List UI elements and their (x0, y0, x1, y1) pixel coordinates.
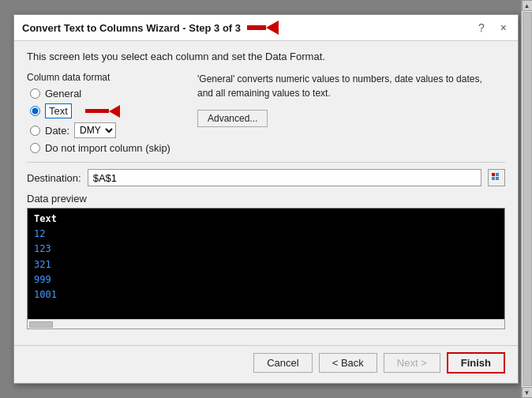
title-bar-left: Convert Text to Columns Wizard - Step 3 … (22, 21, 279, 35)
radio-text[interactable]: Text (30, 103, 185, 118)
title-bar-right: ? × (475, 20, 510, 36)
scroll-down-arrow[interactable]: ▼ (522, 387, 533, 398)
radio-general[interactable]: General (30, 88, 185, 100)
help-button[interactable]: ? (475, 20, 488, 36)
skip-label: Do not import column (skip) (45, 142, 170, 154)
cancel-button[interactable]: Cancel (253, 353, 312, 373)
column-format-label: Column data format (27, 72, 185, 83)
preview-content-row: Text 12 123 321 999 1001 ▲ ▼ (28, 208, 504, 319)
preview-data: Text 12 123 321 999 1001 (28, 208, 504, 306)
preview-row-4: 1001 (34, 287, 498, 302)
scroll-thumb-h[interactable] (29, 321, 53, 328)
close-button[interactable]: × (497, 20, 510, 36)
radio-group: General Text Date: (30, 88, 185, 154)
main-area: Column data format General Text (27, 72, 505, 154)
skip-radio[interactable] (30, 143, 40, 153)
date-radio[interactable] (30, 126, 40, 136)
next-button[interactable]: Next > (384, 353, 440, 373)
right-panel: 'General' converts numeric values to num… (197, 72, 505, 154)
text-arrow-annotation (85, 105, 120, 118)
preview-wrapper: Text 12 123 321 999 1001 ▲ ▼ (27, 208, 505, 329)
title-bar: Convert Text to Columns Wizard - Step 3 … (14, 15, 518, 41)
finish-button[interactable]: Finish (447, 352, 505, 374)
arrow-head (266, 21, 279, 35)
radio-date[interactable]: Date: DMY MDY YMD (30, 122, 185, 138)
title-arrow-annotation (247, 21, 279, 35)
svg-rect-3 (496, 177, 499, 180)
destination-label: Destination: (27, 172, 81, 184)
vertical-scrollbar[interactable]: ▲ ▼ (521, 0, 532, 398)
back-button[interactable]: < Back (319, 353, 377, 373)
date-label: Date: (45, 125, 69, 137)
horizontal-scrollbar[interactable] (28, 319, 504, 329)
arrow-shaft (247, 25, 266, 30)
preview-row-1: 123 (34, 242, 498, 257)
general-radio[interactable] (30, 88, 40, 99)
right-description: 'General' converts numeric values to num… (197, 72, 505, 100)
preview-header: Text (34, 212, 498, 227)
scroll-up-arrow[interactable]: ▲ (522, 0, 533, 11)
left-panel: Column data format General Text (27, 72, 185, 154)
description-text: This screen lets you select each column … (27, 51, 505, 62)
data-preview-label: Data preview (27, 193, 505, 205)
data-preview-section: Data preview Text 12 123 321 999 1001 (27, 193, 505, 329)
grid-icon (491, 172, 502, 183)
scroll-thumb-v[interactable] (523, 12, 532, 386)
text-radio[interactable] (30, 106, 40, 116)
destination-row: Destination: (27, 162, 505, 186)
general-label: General (45, 88, 81, 100)
destination-input[interactable] (88, 169, 481, 186)
footer: Cancel < Back Next > Finish (14, 345, 518, 383)
svg-rect-1 (496, 173, 499, 176)
svg-rect-0 (492, 173, 495, 176)
dialog: Convert Text to Columns Wizard - Step 3 … (13, 14, 519, 384)
destination-icon-button[interactable] (488, 169, 505, 186)
svg-rect-2 (492, 177, 495, 180)
arrow-head2 (109, 105, 120, 118)
dialog-title: Convert Text to Columns Wizard - Step 3 … (22, 22, 241, 34)
arrow-shaft2 (85, 109, 109, 113)
advanced-button[interactable]: Advanced... (197, 110, 268, 127)
radio-skip[interactable]: Do not import column (skip) (30, 142, 185, 154)
preview-row-3: 999 (34, 272, 498, 287)
preview-row-0: 12 (34, 227, 498, 242)
preview-row-2: 321 (34, 257, 498, 272)
date-format-select[interactable]: DMY MDY YMD (74, 122, 116, 138)
preview-area[interactable]: Text 12 123 321 999 1001 (28, 208, 504, 319)
dialog-content: This screen lets you select each column … (14, 41, 518, 345)
text-label: Text (45, 103, 72, 118)
